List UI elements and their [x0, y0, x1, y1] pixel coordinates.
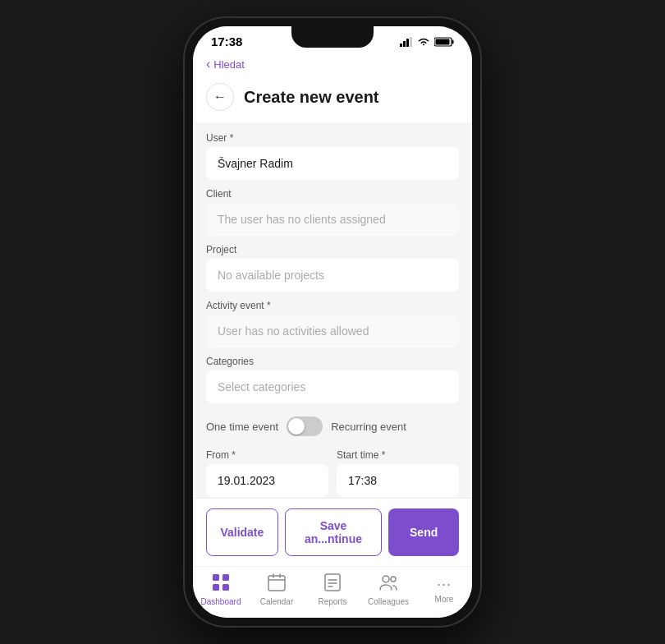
save-continue-button[interactable]: Save an...ntinue: [285, 508, 383, 556]
status-time: 17:38: [211, 34, 242, 48]
project-field-group: Project No available projects: [206, 244, 459, 292]
from-field-group: From * 19.01.2023: [206, 449, 328, 497]
start-time-label: Start time *: [337, 449, 459, 461]
svg-rect-8: [222, 574, 229, 581]
page-title: Create new event: [244, 88, 379, 107]
start-time-field-group: Start time * 17:38: [337, 449, 459, 497]
svg-rect-5: [452, 39, 454, 44]
project-label: Project: [206, 244, 459, 255]
status-icons: [400, 37, 454, 47]
battery-icon: [434, 37, 454, 47]
svg-point-20: [391, 577, 396, 582]
phone-frame: 17:38: [185, 18, 480, 626]
back-button[interactable]: ←: [206, 83, 234, 111]
from-start-row: From * 19.01.2023 Start time * 17:38: [206, 449, 459, 497]
dashboard-icon: [212, 573, 230, 596]
client-input[interactable]: The user has no clients assigned: [206, 203, 459, 236]
nav-label-colleagues: Colleagues: [368, 597, 409, 606]
svg-rect-0: [400, 44, 402, 47]
user-field-group: User *: [206, 132, 459, 180]
back-arrow-icon: ←: [213, 90, 227, 104]
client-field-group: Client The user has no clients assigned: [206, 188, 459, 236]
activity-field-group: Activity event * User has no activities …: [206, 300, 459, 347]
categories-input[interactable]: Select categories: [206, 370, 459, 403]
svg-rect-1: [403, 41, 406, 47]
validate-button[interactable]: Validate: [206, 508, 278, 556]
activity-input[interactable]: User has no activities allowed: [206, 315, 459, 347]
nav-label-dashboard: Dashboard: [201, 597, 241, 606]
nav-item-calendar[interactable]: Calendar: [256, 573, 297, 606]
nav-item-more[interactable]: ··· More: [424, 576, 465, 604]
project-input[interactable]: No available projects: [206, 259, 459, 292]
user-label: User *: [206, 132, 459, 144]
nav-item-colleagues[interactable]: Colleagues: [368, 573, 409, 606]
start-time-input[interactable]: 17:38: [337, 464, 459, 497]
svg-rect-3: [410, 37, 412, 47]
svg-rect-6: [436, 39, 450, 44]
phone-screen: 17:38: [193, 26, 472, 618]
from-label: From *: [206, 449, 328, 461]
calendar-icon: [268, 573, 286, 596]
toggle-left-label: One time event: [206, 421, 278, 433]
categories-field-group: Categories Select categories: [206, 356, 459, 403]
categories-label: Categories: [206, 356, 459, 367]
nav-item-reports[interactable]: Reports: [312, 573, 353, 606]
signal-icon: [400, 37, 413, 47]
user-input[interactable]: [206, 147, 459, 180]
nav-back-arrow: ‹: [206, 57, 210, 71]
wifi-icon: [417, 37, 430, 47]
send-button[interactable]: Send: [388, 508, 459, 556]
svg-point-19: [383, 576, 389, 582]
client-label: Client: [206, 188, 459, 200]
svg-rect-10: [222, 584, 229, 591]
form-scroll: User * Client The user has no clients as…: [193, 122, 472, 498]
nav-label-more: More: [435, 595, 454, 604]
svg-rect-15: [325, 574, 340, 591]
nav-back-label: Hledat: [213, 58, 245, 71]
toggle-row: One time event Recurring event: [206, 412, 459, 441]
svg-rect-2: [406, 39, 409, 47]
page-header: ← Create new event: [193, 76, 472, 122]
nav-label-calendar: Calendar: [260, 597, 294, 606]
svg-rect-11: [268, 576, 285, 591]
more-icon: ···: [437, 576, 452, 593]
from-input[interactable]: 19.01.2023: [206, 464, 328, 497]
svg-rect-9: [213, 584, 219, 591]
phone-notch: [291, 26, 374, 48]
bottom-nav: Dashboard Calendar: [193, 566, 472, 618]
bottom-actions: Validate Save an...ntinue Send: [193, 498, 472, 566]
toggle-switch[interactable]: [287, 416, 323, 436]
colleagues-icon: [379, 573, 397, 596]
svg-rect-7: [213, 574, 219, 581]
nav-back-bar[interactable]: ‹ Hledat: [193, 53, 472, 76]
nav-label-reports: Reports: [318, 597, 346, 606]
nav-item-dashboard[interactable]: Dashboard: [200, 573, 241, 606]
activity-label: Activity event *: [206, 300, 459, 311]
reports-icon: [323, 573, 342, 596]
toggle-right-label: Recurring event: [331, 421, 406, 433]
